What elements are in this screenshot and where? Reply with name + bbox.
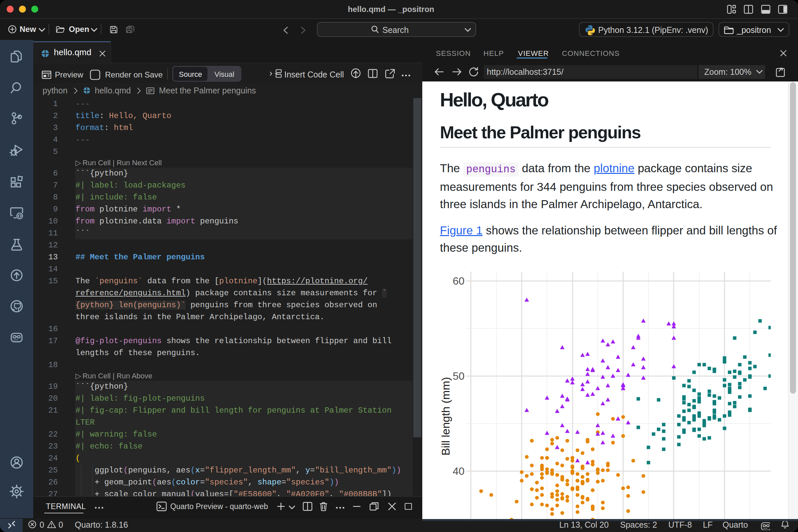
svg-text:Bill length (mm): Bill length (mm) xyxy=(439,377,452,456)
svg-text:50: 50 xyxy=(453,370,464,382)
svg-text:60: 60 xyxy=(453,275,464,287)
svg-text:40: 40 xyxy=(453,465,464,477)
